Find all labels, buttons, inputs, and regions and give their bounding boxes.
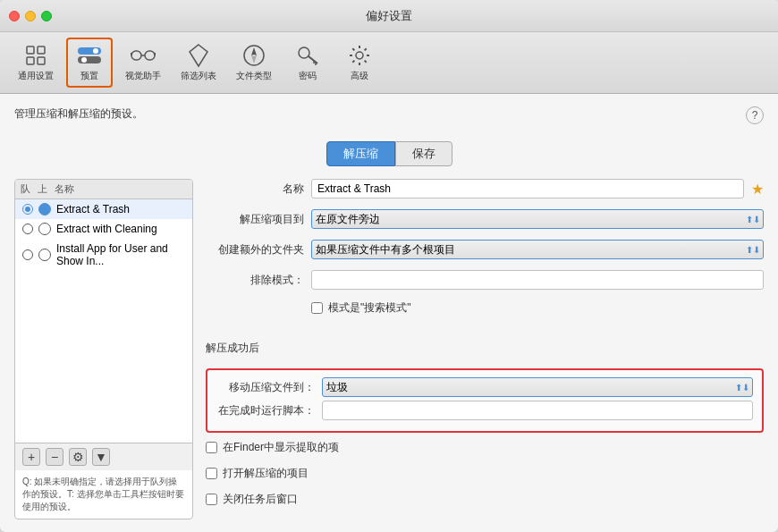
order-indicator-2 (38, 223, 51, 235)
glasses-icon (131, 43, 156, 68)
show-in-finder-label: 在Finder中显示提取的项 (223, 440, 339, 455)
item-label-1: Extract & Trash (56, 203, 130, 215)
diamond-icon (186, 43, 211, 68)
svg-rect-2 (27, 57, 34, 64)
sidebar-header: 队 上 名称 (15, 180, 192, 199)
list-item[interactable]: Install App for User and Show In... (15, 239, 192, 271)
close-button[interactable] (9, 11, 20, 21)
list-item[interactable]: Extract & Trash (15, 199, 192, 219)
favorite-star-icon[interactable]: ★ (751, 181, 764, 198)
svg-marker-16 (251, 55, 257, 63)
toolbar-password-label: 密码 (299, 70, 317, 82)
close-window-label: 关闭任务后窗口 (223, 492, 298, 507)
remove-preset-button[interactable]: − (46, 448, 63, 466)
tabs-section: 解压缩 保存 (14, 141, 764, 166)
svg-rect-1 (38, 46, 45, 54)
toolbar-preset[interactable]: 预置 (66, 38, 113, 88)
create-folder-select-wrapper: 如果压缩文件中有多个根项目 ⬆⬇ (311, 240, 764, 259)
save-tab[interactable]: 保存 (395, 141, 452, 166)
maximize-button[interactable] (41, 11, 52, 21)
svg-rect-8 (131, 51, 141, 60)
toolbar-advanced-label: 高级 (351, 70, 368, 82)
key-icon (295, 43, 320, 68)
create-folder-select[interactable]: 如果压缩文件中有多个根项目 (311, 240, 764, 259)
toolbar-filetype[interactable]: 文件类型 (229, 39, 279, 86)
toolbar-password[interactable]: 密码 (284, 39, 331, 86)
toolbar-filter[interactable]: 筛选列表 (173, 39, 224, 86)
toolbar: 通用设置 预置 (0, 32, 778, 94)
show-in-finder-checkbox[interactable] (206, 442, 217, 453)
svg-line-11 (131, 53, 131, 55)
move-archive-select-wrapper: 垃圾 ⬆⬇ (322, 377, 753, 397)
traffic-lights (9, 11, 52, 21)
toolbar-assistant-label: 视觉助手 (125, 70, 161, 82)
gear-icon (347, 43, 372, 68)
run-script-label: 在完成时运行脚本： (216, 403, 315, 418)
grid-icon (23, 43, 48, 68)
section-description: 管理压缩和解压缩的预设。 (14, 106, 143, 122)
right-panel: 名称 ★ 解压缩项目到 在原文件旁边 ⬆⬇ 创建额外的文件 (206, 179, 764, 519)
order-indicator-3 (38, 249, 51, 261)
col-name: 名称 (55, 182, 74, 196)
radio-queue-3[interactable] (22, 249, 33, 260)
list-item[interactable]: Extract with Cleaning (15, 219, 192, 239)
after-extract-label: 解压成功后 (206, 342, 259, 354)
move-archive-row: 移动压缩文件到： 垃圾 ⬆⬇ (216, 377, 753, 397)
window-title: 偏好设置 (366, 8, 412, 24)
decompress-to-select-wrapper: 在原文件旁边 ⬆⬇ (311, 209, 764, 229)
svg-point-7 (81, 57, 87, 63)
svg-point-17 (299, 47, 309, 58)
svg-line-12 (155, 53, 156, 55)
svg-point-21 (356, 52, 363, 59)
svg-line-18 (309, 56, 317, 63)
compass-icon (241, 43, 266, 68)
sidebar-list: Extract & Trash Extract with Cleaning In… (15, 199, 192, 443)
decompress-to-select[interactable]: 在原文件旁边 (311, 209, 764, 229)
svg-marker-13 (190, 45, 207, 66)
toolbar-advanced[interactable]: 高级 (336, 39, 383, 86)
name-input[interactable] (311, 179, 744, 198)
settings-preset-button[interactable]: ⚙ (69, 448, 87, 466)
help-button[interactable]: ? (746, 106, 764, 124)
sidebar-note: Q: 如果未明确指定，请选择用于队列操作的预设。T: 选择您单击工具栏按钮时要使… (15, 470, 192, 519)
toolbar-assistant[interactable]: 视觉助手 (118, 39, 168, 86)
minimize-button[interactable] (25, 11, 36, 21)
item-label-3: Install App for User and Show In... (56, 242, 185, 267)
col-queue: 队 (21, 182, 30, 196)
content-area: 管理压缩和解压缩的预设。 ? 解压缩 保存 队 上 名称 (0, 94, 778, 532)
toolbar-preset-label: 预置 (80, 70, 98, 82)
svg-point-5 (93, 48, 98, 54)
toggle-icon (77, 43, 102, 68)
add-preset-button[interactable]: + (22, 448, 40, 466)
radio-queue-2[interactable] (22, 224, 33, 234)
titlebar: 偏好设置 (0, 0, 778, 32)
search-mode-label: 模式是"搜索模式" (328, 300, 411, 316)
run-script-input[interactable] (322, 401, 753, 420)
decompress-tab[interactable]: 解压缩 (326, 141, 395, 166)
exclude-input[interactable] (311, 270, 764, 290)
order-indicator-1 (38, 203, 51, 215)
toolbar-general-label: 通用设置 (18, 70, 54, 82)
toolbar-filter-label: 筛选列表 (181, 70, 216, 82)
svg-rect-3 (38, 57, 45, 64)
search-mode-row: 模式是"搜索模式" (311, 300, 764, 316)
name-row: 名称 ★ (206, 179, 764, 198)
toolbar-general[interactable]: 通用设置 (11, 39, 61, 86)
main-panel: 队 上 名称 Extract & Trash (14, 179, 764, 519)
run-script-row: 在完成时运行脚本： (216, 401, 753, 420)
name-label: 名称 (206, 182, 304, 197)
svg-marker-15 (251, 47, 257, 55)
show-in-finder-row: 在Finder中显示提取的项 (206, 440, 764, 455)
open-items-checkbox[interactable] (206, 468, 217, 479)
svg-rect-0 (27, 46, 34, 54)
decompress-to-label: 解压缩项目到 (206, 212, 304, 227)
close-window-row: 关闭任务后窗口 (206, 492, 764, 507)
radio-queue-1[interactable] (22, 204, 33, 215)
exclude-row: 排除模式： (206, 270, 764, 290)
search-mode-checkbox[interactable] (311, 302, 323, 314)
create-folder-row: 创建额外的文件夹 如果压缩文件中有多个根项目 ⬆⬇ (206, 240, 764, 259)
sidebar: 队 上 名称 Extract & Trash (14, 179, 193, 519)
close-window-checkbox[interactable] (206, 494, 217, 505)
move-archive-select[interactable]: 垃圾 (322, 377, 753, 397)
dropdown-preset-button[interactable]: ▼ (92, 448, 110, 466)
